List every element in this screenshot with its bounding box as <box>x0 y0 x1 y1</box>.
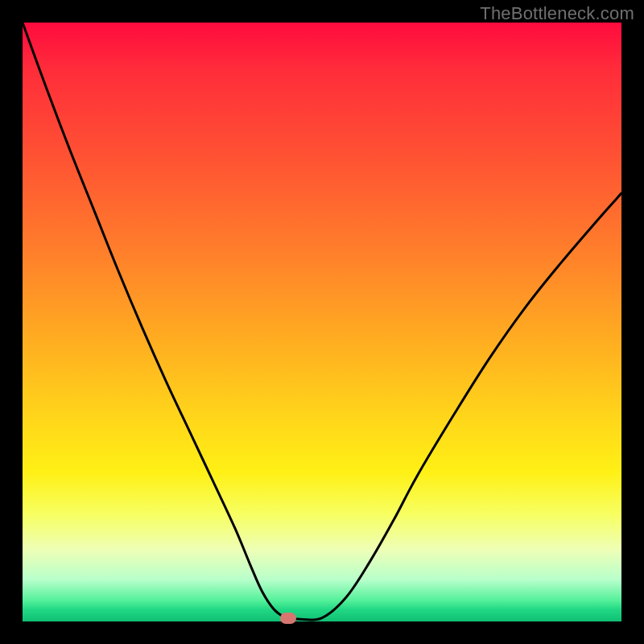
chart-frame: TheBottleneck.com <box>0 0 644 644</box>
chart-plot-area <box>23 23 621 621</box>
data-marker <box>280 613 296 624</box>
chart-curve <box>23 23 621 620</box>
curve-svg <box>23 23 621 621</box>
watermark-text: TheBottleneck.com <box>480 3 634 24</box>
